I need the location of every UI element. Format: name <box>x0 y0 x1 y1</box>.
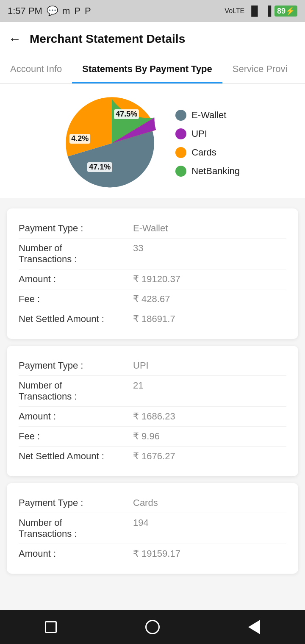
row-payment-type-cards: Payment Type : Cards <box>19 493 286 513</box>
card-cards: Payment Type : Cards Number of Transacti… <box>7 483 298 574</box>
back-icon <box>248 620 260 634</box>
back-button[interactable]: ← <box>8 32 21 46</box>
signal-icon: ▐▌ <box>248 6 261 17</box>
nav-home-button[interactable] <box>142 616 163 638</box>
legend-ewallet: E-Wallet <box>175 110 240 121</box>
row-net-settled-upi: Net Settled Amount : ₹ 1676.27 <box>19 447 286 466</box>
bottom-navigation <box>0 610 305 644</box>
chart-section: 47.5% 4.2% 47.1% E-Wallet UPI Cards NetB… <box>0 84 305 198</box>
status-left: 1:57 PM 💬 m P P <box>8 6 91 17</box>
legend-dot-cards <box>175 147 186 158</box>
battery-indicator: 89⚡ <box>274 6 297 17</box>
pie-label-ewallet: 47.1% <box>87 162 112 172</box>
legend-cards: Cards <box>175 147 240 158</box>
status-bar: 1:57 PM 💬 m P P VoLTE ▐▌ ▐ 89⚡ <box>0 0 305 22</box>
row-amount-cards: Amount : ₹ 19159.17 <box>19 544 286 564</box>
row-num-transactions-ewallet: Number of Transactions : 33 <box>19 239 286 269</box>
legend-netbanking: NetBanking <box>175 166 240 177</box>
pie-label-cards: 47.5% <box>114 109 139 119</box>
pie-chart: 47.5% 4.2% 47.1% <box>65 97 158 190</box>
row-num-transactions-upi: Number of Transactions : 21 <box>19 376 286 407</box>
row-net-settled-ewallet: Net Settled Amount : ₹ 18691.7 <box>19 309 286 329</box>
row-payment-type-upi: Payment Type : UPI <box>19 356 286 376</box>
nav-recent-apps-button[interactable] <box>40 616 61 638</box>
legend-dot-netbanking <box>175 166 186 177</box>
signal2-icon: ▐ <box>264 6 271 17</box>
volte-icon: VoLTE <box>225 7 244 15</box>
pie-label-upi: 4.2% <box>69 134 90 144</box>
status-right: VoLTE ▐▌ ▐ 89⚡ <box>225 6 297 17</box>
recent-apps-icon <box>45 621 57 633</box>
payment-cards-list: Payment Type : E-Wallet Number of Transa… <box>0 202 305 616</box>
legend-upi: UPI <box>175 128 240 139</box>
page-title: Merchant Statement Details <box>30 32 185 46</box>
tab-service-provi[interactable]: Service Provi <box>222 56 298 83</box>
row-amount-upi: Amount : ₹ 1686.23 <box>19 407 286 427</box>
header: ← Merchant Statement Details <box>0 22 305 56</box>
status-time: 1:57 PM <box>8 6 42 17</box>
card-upi: Payment Type : UPI Number of Transaction… <box>7 346 298 476</box>
row-amount-ewallet: Amount : ₹ 19120.37 <box>19 269 286 289</box>
nav-back-button[interactable] <box>244 616 265 638</box>
msg-icon: 💬 <box>47 6 58 17</box>
legend-dot-ewallet <box>175 110 186 121</box>
row-fee-ewallet: Fee : ₹ 428.67 <box>19 289 286 309</box>
tab-statements-by-payment[interactable]: Statements By Payment Type <box>72 56 222 83</box>
card-ewallet: Payment Type : E-Wallet Number of Transa… <box>7 208 298 339</box>
tabs-bar: Account Info Statements By Payment Type … <box>0 56 305 84</box>
p2-icon: P <box>85 6 91 17</box>
row-payment-type-ewallet: Payment Type : E-Wallet <box>19 219 286 239</box>
tab-account-info[interactable]: Account Info <box>0 56 72 83</box>
p-icon: P <box>74 6 80 17</box>
home-icon <box>145 620 160 634</box>
legend-dot-upi <box>175 128 186 139</box>
row-fee-upi: Fee : ₹ 9.96 <box>19 427 286 447</box>
pie-legend: E-Wallet UPI Cards NetBanking <box>175 110 240 177</box>
row-num-transactions-cards: Number of Transactions : 194 <box>19 513 286 544</box>
m-icon: m <box>62 6 70 17</box>
